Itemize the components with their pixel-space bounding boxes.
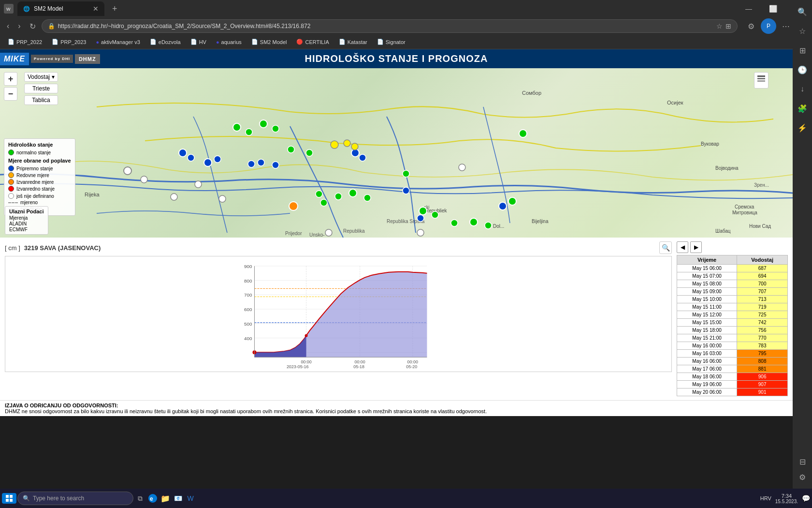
svg-point-35 bbox=[403, 170, 409, 177]
new-tab-button[interactable]: + bbox=[108, 4, 121, 14]
chart-magnify-button[interactable]: 🔍 bbox=[659, 241, 672, 254]
word-taskbar-button[interactable]: W bbox=[185, 493, 196, 504]
svg-text:00:00: 00:00 bbox=[407, 359, 418, 364]
notification-icon[interactable]: 💬 bbox=[802, 494, 810, 502]
zoom-in-button[interactable]: + bbox=[4, 72, 17, 86]
layers-icon[interactable] bbox=[754, 72, 768, 89]
minimize-button[interactable]: — bbox=[738, 0, 760, 17]
map-container: Сомбор Осијек Вуковар Војводина Зрен... … bbox=[0, 68, 793, 238]
bookmark-label: CERTILIA bbox=[305, 39, 329, 45]
dhi-logo: Powered by DHI bbox=[31, 55, 73, 63]
start-button[interactable] bbox=[2, 493, 16, 504]
profile-icon[interactable]: P bbox=[761, 18, 776, 34]
legend-item-undefined: još nije definirano bbox=[8, 193, 71, 199]
svg-text:Осијек: Осијек bbox=[667, 100, 683, 105]
sidebar-download-icon[interactable]: ↓ bbox=[795, 81, 810, 97]
layer-dropdown[interactable]: Vodostaj ▾ bbox=[24, 72, 58, 82]
table-cell-time: May 15 06:00 bbox=[677, 265, 737, 272]
svg-text:Митровица: Митровица bbox=[732, 210, 757, 215]
sidebar-history-icon[interactable]: 🕒 bbox=[795, 62, 810, 77]
outlook-taskbar-button[interactable]: 📧 bbox=[172, 493, 184, 504]
forward-button[interactable]: › bbox=[15, 20, 23, 32]
clock-date: 15.5.2023. bbox=[775, 499, 798, 504]
bookmark-signator[interactable]: 📄 Signator bbox=[373, 38, 409, 46]
table-cell-time: May 20 06:00 bbox=[677, 388, 737, 396]
data-table-container: ◀ ▶ Vrijeme Vodostaj May 15 06:00 687 Ma… bbox=[677, 241, 788, 396]
sidebar-performance-icon[interactable]: ⚡ bbox=[795, 120, 810, 135]
back-button[interactable]: ‹ bbox=[4, 20, 12, 32]
browser-action-buttons: ⚙ P ⋯ bbox=[743, 18, 794, 34]
bookmark-sm2model[interactable]: 📄 SM2 Model bbox=[247, 38, 291, 46]
bookmark-certilia[interactable]: 🔴 CERTILIA bbox=[292, 38, 333, 46]
lock-icon: 🔒 bbox=[48, 23, 55, 30]
table-cell-time: May 15 21:00 bbox=[677, 334, 737, 342]
sidebar-favorites-icon[interactable]: ☆ bbox=[795, 23, 810, 39]
table-header-time: Vrijeme bbox=[677, 255, 737, 265]
maximize-button[interactable]: ⬜ bbox=[762, 0, 784, 17]
legend-label-izvanredne: Izvanredne mjere bbox=[16, 179, 54, 185]
more-options-icon[interactable]: ⋯ bbox=[778, 18, 794, 34]
address-bar[interactable]: 🔒 https://radar.dhz.hr/~hidro_prognoza/C… bbox=[42, 19, 738, 33]
bookmark-katastar[interactable]: 📄 Katastar bbox=[335, 38, 371, 46]
table-row: May 19 06:00 907 bbox=[677, 381, 788, 388]
refresh-button[interactable]: ↻ bbox=[27, 20, 39, 33]
tab-close-button[interactable]: ✕ bbox=[93, 5, 99, 13]
browser-tab-active[interactable]: 🌐 SM2 Model ✕ bbox=[17, 1, 104, 16]
svg-point-46 bbox=[214, 156, 221, 163]
svg-point-68 bbox=[459, 164, 465, 171]
file-explorer-taskbar-button[interactable]: 📁 bbox=[160, 493, 171, 504]
svg-text:700: 700 bbox=[244, 292, 252, 298]
bookmark-label: PRP_2023 bbox=[60, 39, 86, 45]
header-logos: MIKE Powered by DHI DHMZ bbox=[0, 53, 100, 65]
right-sidebar: 🔍 ☆ ⊞ 🕒 ↓ 🧩 ⚡ ⊟ ⚙ bbox=[793, 0, 812, 489]
table-row: May 15 10:00 713 bbox=[677, 296, 788, 303]
bookmark-prp2023[interactable]: 📄 PRP_2023 bbox=[48, 38, 90, 46]
bookmark-hv[interactable]: 📄 HV bbox=[187, 38, 210, 46]
sidebar-extensions-icon[interactable]: 🧩 bbox=[795, 101, 810, 116]
edge-taskbar-button[interactable]: e bbox=[147, 493, 159, 504]
system-tray: HRV 7:34 15.5.2023. 💬 bbox=[760, 493, 810, 504]
chart-svg: 900 800 700 600 500 400 bbox=[5, 256, 671, 372]
sidebar-settings-icon[interactable]: ⚙ bbox=[795, 469, 810, 485]
table-row: May 15 12:00 725 bbox=[677, 311, 788, 319]
table-cell-value: 694 bbox=[737, 272, 788, 280]
table-cell-time: May 15 07:00 bbox=[677, 272, 737, 280]
tablica-button[interactable]: Tablica bbox=[24, 95, 58, 105]
svg-point-36 bbox=[419, 207, 427, 215]
star-icon[interactable]: ☆ bbox=[716, 22, 723, 30]
sidebar-layout-icon[interactable]: ⊟ bbox=[795, 454, 810, 469]
system-clock[interactable]: 7:34 15.5.2023. bbox=[775, 493, 798, 504]
svg-point-25 bbox=[246, 129, 252, 135]
svg-point-48 bbox=[258, 159, 264, 166]
legend-item-izvanredne: Izvanredne mjere bbox=[8, 179, 71, 185]
table-prev-button[interactable]: ◀ bbox=[677, 241, 688, 253]
taskbar-search[interactable]: 🔍 Type here to search bbox=[17, 492, 133, 505]
svg-rect-80 bbox=[757, 75, 765, 77]
svg-text:Unsko-: Unsko- bbox=[309, 232, 325, 238]
extensions-icon[interactable]: ⚙ bbox=[743, 18, 759, 34]
legend-item-normal: normalno stanje bbox=[8, 149, 71, 155]
svg-point-51 bbox=[359, 154, 366, 161]
bookmark-aktivmanager[interactable]: ● aktivManager v3 bbox=[92, 38, 144, 46]
chart-unit: [ cm ] bbox=[5, 244, 20, 252]
svg-point-77 bbox=[351, 143, 358, 150]
bookmark-label: SM2 Model bbox=[260, 39, 287, 45]
sidebar-collections-icon[interactable]: ⊞ bbox=[795, 43, 810, 58]
input-panel-items: Mjerenja ALADIN ECMWF bbox=[9, 215, 44, 232]
bookmark-aquarius[interactable]: ● aquarius bbox=[212, 38, 246, 46]
map-controls: + − bbox=[4, 72, 17, 101]
trieste-button[interactable]: Trieste bbox=[24, 84, 58, 93]
task-view-button[interactable]: ⧉ bbox=[134, 493, 146, 504]
bookmark-icon: ● bbox=[96, 39, 99, 45]
svg-text:Prijedor: Prijedor bbox=[285, 231, 302, 236]
map-svg-overlay: Сомбор Осијек Вуковар Војводина Зрен... … bbox=[0, 68, 793, 238]
bookmark-prp2022[interactable]: 📄 PRP_2022 bbox=[4, 38, 46, 46]
bookmark-edozvola[interactable]: 📄 eDozvola bbox=[146, 38, 185, 46]
app-content: MIKE Powered by DHI DHMZ HIDROLOŠKO STAN… bbox=[0, 49, 793, 416]
svg-text:Шабац: Шабац bbox=[715, 228, 731, 234]
svg-point-45 bbox=[204, 159, 212, 166]
sidebar-search-icon[interactable]: 🔍 bbox=[795, 4, 810, 19]
collections-icon[interactable]: ⊞ bbox=[725, 22, 731, 30]
table-next-button[interactable]: ▶ bbox=[690, 241, 702, 253]
zoom-out-button[interactable]: − bbox=[4, 87, 17, 101]
